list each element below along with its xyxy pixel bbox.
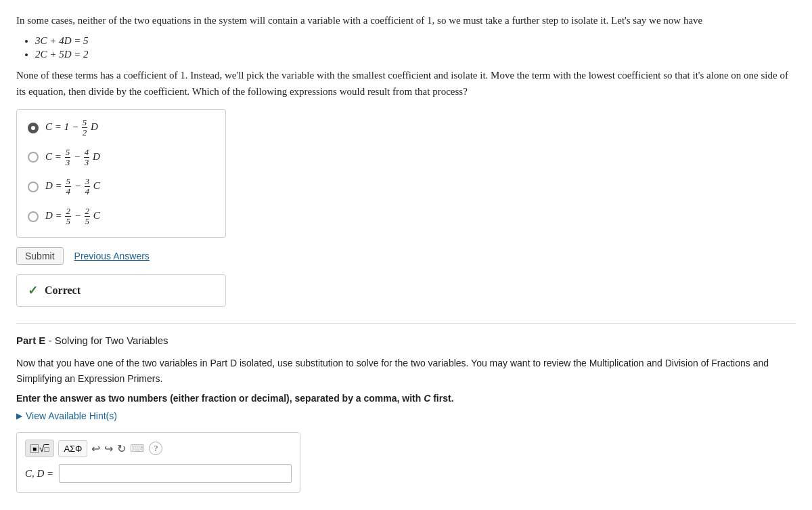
- correct-label: Correct: [45, 284, 81, 297]
- part-e-title: Part E - Solving for Two Variables: [16, 335, 796, 346]
- redo-icon[interactable]: ↪: [104, 442, 113, 455]
- math-input-button[interactable]: ■ √□: [25, 440, 54, 457]
- option-2-label: C = 53 − 43 D: [45, 148, 100, 168]
- option-3-label: D = 54 − 34 C: [45, 177, 100, 197]
- greek-symbols-button[interactable]: ΑΣΦ: [58, 440, 87, 457]
- greek-label: ΑΣΦ: [64, 444, 82, 454]
- help-icon[interactable]: ?: [149, 442, 162, 455]
- hint-arrow-icon: ▶: [16, 411, 22, 421]
- radio-3[interactable]: [28, 182, 39, 192]
- keyboard-icon[interactable]: ⌨: [130, 442, 145, 454]
- refresh-icon[interactable]: ↻: [117, 442, 126, 455]
- math-box-icon: ■ √□: [30, 443, 49, 454]
- undo-icon[interactable]: ↩: [91, 442, 100, 455]
- submit-row: Submit Previous Answers: [16, 247, 796, 265]
- math-toolbar: ■ √□ ΑΣΦ ↩ ↪ ↻ ⌨ ?: [25, 440, 292, 457]
- equation-2: 2C + 5D = 2: [35, 49, 796, 60]
- question-text: None of these terms has a coefficient of…: [16, 67, 796, 100]
- option-1[interactable]: C = 1 − 52 D: [28, 118, 215, 138]
- option-3[interactable]: D = 54 − 34 C: [28, 177, 215, 197]
- hint-toggle[interactable]: ▶ View Available Hint(s): [16, 410, 796, 421]
- intro-text: In some cases, neither of the two equati…: [16, 12, 796, 28]
- answer-box: C = 1 − 52 D C = 53 − 43 D D = 54 − 34 C…: [16, 109, 226, 238]
- equation-list: 3C + 4D = 5 2C + 5D = 2: [35, 35, 796, 60]
- cd-answer-input[interactable]: [59, 464, 292, 483]
- option-4[interactable]: D = 25 − 25 C: [28, 207, 215, 227]
- section-divider: [16, 323, 796, 324]
- option-4-label: D = 25 − 25 C: [45, 207, 100, 227]
- answer-input-area: ■ √□ ΑΣΦ ↩ ↪ ↻ ⌨ ? C, D =: [16, 432, 300, 493]
- radio-1[interactable]: [28, 123, 39, 133]
- cd-label: C, D =: [25, 468, 53, 480]
- equation-1: 3C + 4D = 5: [35, 35, 796, 47]
- hint-toggle-label: View Available Hint(s): [26, 410, 117, 421]
- radio-2[interactable]: [28, 152, 39, 163]
- previous-answers-link[interactable]: Previous Answers: [74, 251, 150, 261]
- option-1-label: C = 1 − 52 D: [45, 118, 98, 138]
- cd-input-row: C, D =: [25, 464, 292, 483]
- enter-answer-instruction: Enter the answer as two numbers (either …: [16, 393, 796, 404]
- radio-4[interactable]: [28, 211, 39, 222]
- checkmark-icon: ✓: [28, 283, 38, 298]
- part-e-body: Now that you have one of the two variabl…: [16, 356, 796, 386]
- option-2[interactable]: C = 53 − 43 D: [28, 148, 215, 168]
- correct-box: ✓ Correct: [16, 274, 226, 307]
- submit-button[interactable]: Submit: [16, 247, 64, 265]
